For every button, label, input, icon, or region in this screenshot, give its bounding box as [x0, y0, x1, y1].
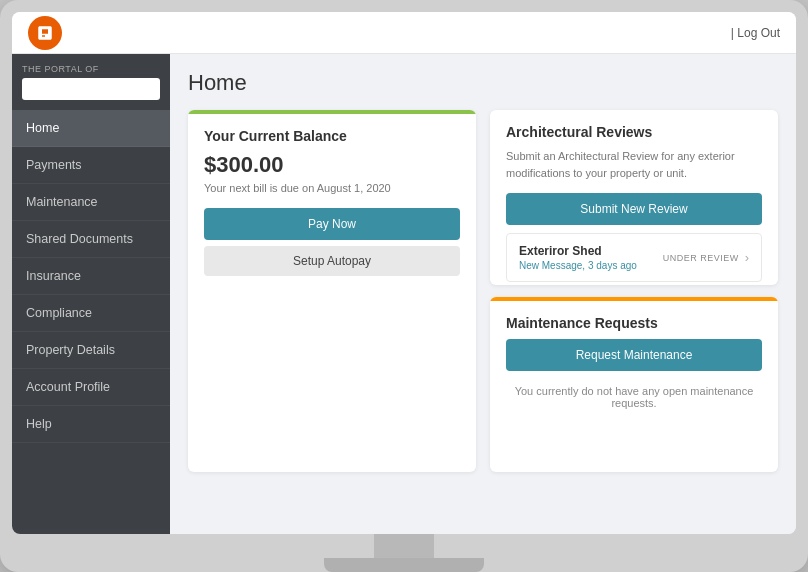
- architectural-card-body: Architectural Reviews Submit an Architec…: [490, 110, 778, 285]
- review-item-sub: New Message, 3 days ago: [519, 260, 637, 271]
- review-item[interactable]: Exteriror Shed New Message, 3 days ago U…: [506, 233, 762, 282]
- sidebar-item-home[interactable]: Home: [12, 110, 170, 147]
- app-logo: [28, 16, 62, 50]
- sidebar: THE PORTAL OF Home Payments Maintenance …: [12, 54, 170, 534]
- review-item-name: Exteriror Shed: [519, 244, 637, 258]
- right-column: Architectural Reviews Submit an Architec…: [490, 110, 778, 472]
- logout-button[interactable]: | Log Out: [731, 26, 780, 40]
- top-bar: | Log Out: [12, 12, 796, 54]
- monitor-stand-neck: [374, 534, 434, 558]
- sidebar-item-shared-documents[interactable]: Shared Documents: [12, 221, 170, 258]
- balance-due-text: Your next bill is due on August 1, 2020: [204, 182, 460, 194]
- review-item-status: UNDER REVIEW ›: [663, 250, 749, 265]
- sidebar-item-compliance[interactable]: Compliance: [12, 295, 170, 332]
- door-icon: [36, 24, 54, 42]
- review-item-info: Exteriror Shed New Message, 3 days ago: [519, 244, 637, 271]
- sidebar-item-insurance[interactable]: Insurance: [12, 258, 170, 295]
- portal-label: THE PORTAL OF: [12, 54, 170, 78]
- sidebar-nav: Home Payments Maintenance Shared Documen…: [12, 110, 170, 534]
- sidebar-item-payments[interactable]: Payments: [12, 147, 170, 184]
- maintenance-empty-text: You currently do not have any open maint…: [506, 377, 762, 413]
- balance-card-title: Your Current Balance: [204, 128, 460, 144]
- page-title: Home: [188, 70, 778, 96]
- submit-review-button[interactable]: Submit New Review: [506, 193, 762, 225]
- sidebar-item-property-details[interactable]: Property Details: [12, 332, 170, 369]
- chevron-right-icon: ›: [745, 250, 749, 265]
- view-all-link[interactable]: View All: [506, 282, 762, 285]
- maintenance-card-title: Maintenance Requests: [506, 315, 762, 331]
- review-badge: UNDER REVIEW: [663, 253, 739, 263]
- cards-row: Your Current Balance $300.00 Your next b…: [188, 110, 778, 472]
- sidebar-item-account-profile[interactable]: Account Profile: [12, 369, 170, 406]
- balance-card-body: Your Current Balance $300.00 Your next b…: [188, 114, 476, 290]
- portal-input[interactable]: [22, 78, 160, 100]
- architectural-card-title: Architectural Reviews: [506, 124, 762, 140]
- request-maintenance-button[interactable]: Request Maintenance: [506, 339, 762, 371]
- balance-card: Your Current Balance $300.00 Your next b…: [188, 110, 476, 472]
- architectural-card-description: Submit an Architectural Review for any e…: [506, 148, 762, 181]
- pay-now-button[interactable]: Pay Now: [204, 208, 460, 240]
- setup-autopay-button[interactable]: Setup Autopay: [204, 246, 460, 276]
- maintenance-card: Maintenance Requests Request Maintenance…: [490, 297, 778, 472]
- maintenance-card-body: Maintenance Requests Request Maintenance…: [490, 301, 778, 427]
- sidebar-item-help[interactable]: Help: [12, 406, 170, 443]
- balance-amount: $300.00: [204, 152, 460, 178]
- main-layout: THE PORTAL OF Home Payments Maintenance …: [12, 54, 796, 534]
- content-area: Home Your Current Balance $300.00 Your n…: [170, 54, 796, 534]
- monitor-stand-base: [324, 558, 484, 572]
- architectural-card: Architectural Reviews Submit an Architec…: [490, 110, 778, 285]
- sidebar-item-maintenance[interactable]: Maintenance: [12, 184, 170, 221]
